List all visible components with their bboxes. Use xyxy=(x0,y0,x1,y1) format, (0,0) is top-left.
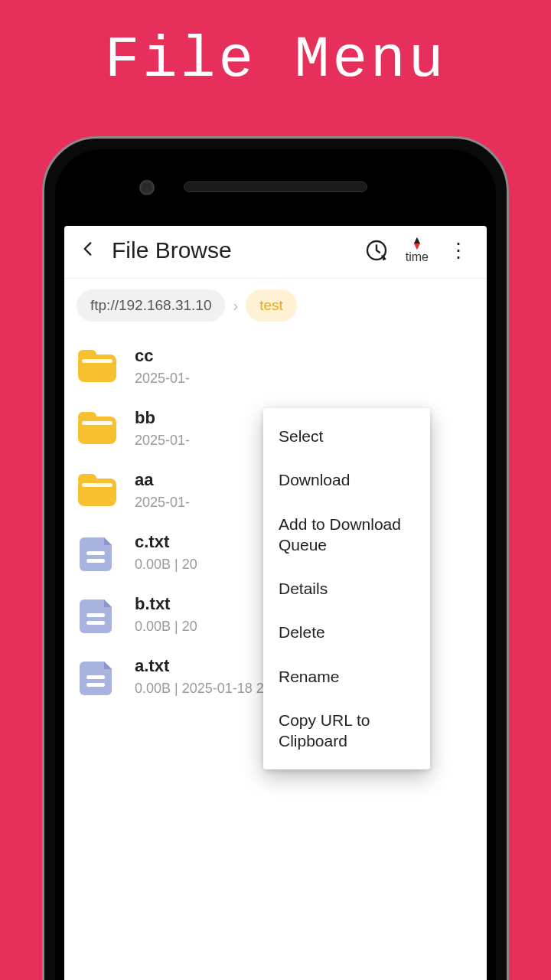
menu-item-copy-url[interactable]: Copy URL to Clipboard xyxy=(263,698,430,763)
svg-rect-10 xyxy=(86,551,105,555)
svg-rect-15 xyxy=(86,683,105,687)
svg-rect-9 xyxy=(82,483,112,487)
history-icon[interactable] xyxy=(363,238,390,263)
chevron-right-icon: › xyxy=(233,297,238,315)
file-icon xyxy=(77,596,118,633)
breadcrumb-current[interactable]: test xyxy=(246,289,297,322)
svg-rect-8 xyxy=(78,474,96,485)
menu-item-select[interactable]: Select xyxy=(263,414,430,458)
phone-inner: File Browse ▲▼ time ⋮ xyxy=(55,149,496,980)
svg-rect-3 xyxy=(82,359,112,363)
sort-control[interactable]: ▲▼ time xyxy=(406,237,429,264)
svg-rect-14 xyxy=(86,675,105,679)
app-bar: File Browse ▲▼ time ⋮ xyxy=(64,226,487,278)
file-name: cc xyxy=(135,346,474,366)
svg-rect-13 xyxy=(86,621,105,625)
folder-icon xyxy=(77,410,118,447)
breadcrumb-root[interactable]: ftp://192.168.31.10 xyxy=(77,289,225,322)
camera-dot xyxy=(139,180,155,195)
page-title: File Browse xyxy=(112,237,354,263)
context-menu: Select Download Add to Download Queue De… xyxy=(263,408,430,769)
menu-item-download[interactable]: Download xyxy=(263,458,430,501)
sort-arrows-icon: ▲▼ xyxy=(412,237,422,249)
svg-rect-12 xyxy=(86,613,105,617)
breadcrumb: ftp://192.168.31.10 › test xyxy=(64,279,487,332)
folder-icon xyxy=(77,348,118,385)
sort-label: time xyxy=(406,250,429,264)
back-icon[interactable] xyxy=(78,239,98,262)
svg-rect-11 xyxy=(86,559,105,563)
list-item[interactable]: cc 2025-01- xyxy=(77,335,474,397)
phone-frame: File Browse ▲▼ time ⋮ xyxy=(42,136,509,980)
menu-item-delete[interactable]: Delete xyxy=(263,610,430,654)
svg-rect-2 xyxy=(78,350,96,361)
folder-icon xyxy=(77,472,118,509)
file-meta: 2025-01- xyxy=(135,371,474,387)
svg-rect-6 xyxy=(82,421,112,425)
file-icon xyxy=(77,658,118,695)
menu-item-details[interactable]: Details xyxy=(263,567,430,610)
promo-title: File Menu xyxy=(0,0,551,93)
more-icon[interactable]: ⋮ xyxy=(444,239,473,263)
svg-rect-5 xyxy=(78,412,96,423)
app-screen: File Browse ▲▼ time ⋮ xyxy=(64,226,487,980)
file-icon xyxy=(77,534,118,571)
speaker-grille xyxy=(184,181,367,192)
menu-item-add-queue[interactable]: Add to Download Queue xyxy=(263,502,430,567)
menu-item-rename[interactable]: Rename xyxy=(263,655,430,698)
